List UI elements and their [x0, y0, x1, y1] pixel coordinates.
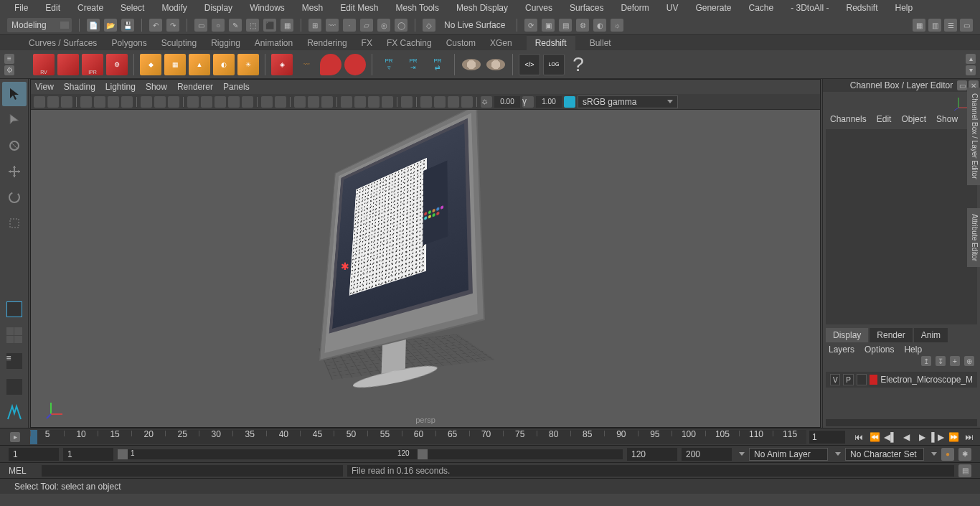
cb-tab-edit[interactable]: Edit	[877, 114, 892, 124]
shelf-redshift-settings[interactable]: ⚙	[106, 54, 128, 75]
vp-smooth-icon[interactable]	[201, 96, 212, 108]
rotate-tool[interactable]	[2, 185, 27, 210]
shelf-help-icon[interactable]: ?	[567, 54, 589, 75]
maya-logo-icon[interactable]	[2, 400, 27, 425]
menu-deform[interactable]: Deform	[613, 1, 656, 15]
shelf-pr3[interactable]: PR⇄	[427, 54, 448, 75]
workspace-dropdown[interactable]: Modeling	[7, 18, 72, 32]
vp-bookmark-icon[interactable]	[47, 96, 59, 108]
range-handle-end[interactable]	[418, 449, 428, 459]
layer-color-swatch[interactable]	[870, 375, 877, 385]
layer-tab-help[interactable]: Help	[904, 345, 922, 355]
menu-surfaces[interactable]: Surfaces	[562, 1, 611, 15]
lasso-tool[interactable]	[2, 108, 27, 132]
shelf-scroll-down-icon[interactable]: ▾	[966, 65, 976, 75]
layer-tab-layers[interactable]: Layers	[829, 345, 854, 355]
layer-playback-toggle[interactable]: P	[843, 374, 853, 385]
go-start-button[interactable]: ⏮	[852, 431, 865, 443]
shelf-redshift-rv[interactable]: RV	[33, 54, 55, 75]
tab-polygons[interactable]: Polygons	[111, 36, 146, 50]
menu-modify[interactable]: Modify	[154, 1, 194, 15]
menu-edit[interactable]: Edit	[38, 1, 67, 15]
tab-sculpting[interactable]: Sculpting	[161, 36, 197, 50]
workspace-layout-icon[interactable]: ▭	[960, 19, 973, 32]
range-inner-start-field[interactable]: 1	[63, 448, 113, 461]
tab-animation[interactable]: Animation	[255, 36, 293, 50]
menu-windows[interactable]: Windows	[242, 1, 292, 15]
menu-redshift[interactable]: Redshift	[839, 1, 885, 15]
vp-gamma-value-icon[interactable]: γ	[522, 96, 534, 108]
shelf-menu-icon[interactable]: ≡	[4, 54, 14, 64]
range-inner-end-field[interactable]: 120	[627, 448, 677, 461]
vp-shadows-icon[interactable]	[242, 96, 253, 108]
shelf-cube-icon[interactable]: ◈	[271, 54, 293, 75]
cb-tab-show[interactable]: Show	[936, 114, 958, 124]
vp-film-gate-icon[interactable]	[108, 96, 119, 108]
shelf-redshift-render[interactable]	[57, 54, 79, 75]
render-frame-icon[interactable]: ▣	[542, 19, 555, 32]
toggle-shelf-icon[interactable]: ☰	[944, 19, 957, 32]
layer-name[interactable]: Electron_Microscope_M	[880, 375, 973, 385]
construction-history-icon[interactable]: ⟳	[524, 19, 537, 32]
open-scene-icon[interactable]: 📂	[104, 19, 117, 32]
layout-single-icon[interactable]	[2, 375, 27, 399]
menu-select[interactable]: Select	[113, 1, 151, 15]
vp-menu-show[interactable]: Show	[146, 82, 167, 92]
menu-edit-mesh[interactable]: Edit Mesh	[333, 1, 385, 15]
snap-grid-icon[interactable]: ⊞	[308, 19, 321, 32]
vp-xray-icon[interactable]	[275, 96, 286, 108]
menu-cache[interactable]: Cache	[741, 1, 781, 15]
vp-exposure-icon[interactable]: ☼	[481, 96, 492, 108]
time-ruler[interactable]: 5101520253035404550556065707580859095100…	[30, 430, 806, 444]
shelf-proxy-icon[interactable]: ◆	[140, 54, 161, 75]
vp-menu-panels[interactable]: Panels	[223, 82, 250, 92]
vp-menu-lighting[interactable]: Lighting	[105, 82, 136, 92]
go-end-button[interactable]: ⏭	[963, 431, 976, 443]
lasso-icon[interactable]: ○	[212, 19, 225, 32]
shelf-scroll-up-icon[interactable]: ▴	[966, 54, 976, 64]
layout-four-view-icon[interactable]	[2, 323, 27, 347]
snap-view-icon[interactable]: ◯	[395, 19, 407, 32]
vp-textured-icon[interactable]	[215, 96, 226, 108]
vp-dof-icon[interactable]	[341, 96, 352, 108]
select-mode-icon[interactable]: ▭	[194, 19, 207, 32]
layer-new-selected-icon[interactable]: ⊕	[964, 356, 974, 366]
dra-tab-anim[interactable]: Anim	[914, 328, 948, 342]
range-end-field[interactable]: 200	[682, 448, 732, 461]
cb-tab-channels[interactable]: Channels	[830, 114, 867, 124]
paint-select-icon[interactable]: ✎	[229, 19, 242, 32]
menu-mesh-tools[interactable]: Mesh Tools	[389, 1, 446, 15]
shelf-blob-icon[interactable]	[320, 54, 341, 75]
vp-wireframe-icon[interactable]	[187, 96, 199, 108]
range-slider[interactable]: 1 120	[118, 449, 623, 459]
menu-generate[interactable]: Generate	[688, 1, 738, 15]
cb-tab-object[interactable]: Object	[901, 114, 926, 124]
toggle-modeling-toolkit-icon[interactable]: ▦	[913, 19, 925, 32]
vp-gamma-icon[interactable]	[434, 96, 446, 108]
anim-layer-dropdown-icon[interactable]	[835, 452, 841, 456]
menu-create[interactable]: Create	[70, 1, 110, 15]
command-input[interactable]	[42, 465, 343, 477]
play-forward-button[interactable]: ▶	[915, 431, 928, 443]
vp-menu-shading[interactable]: Shading	[64, 82, 95, 92]
vp-menu-view[interactable]: View	[35, 82, 54, 92]
render-settings-icon[interactable]: ⚙	[576, 19, 589, 32]
snap-live-icon[interactable]: ◎	[377, 19, 390, 32]
shelf-pie1-icon[interactable]	[461, 54, 482, 75]
vp-ssao-icon[interactable]	[368, 96, 380, 108]
range-handle-start[interactable]	[118, 449, 128, 459]
vp-colorspace-dropdown[interactable]: sRGB gamma	[578, 95, 678, 108]
vp-gamma-field[interactable]: 1.00	[536, 96, 562, 108]
snap-plane-icon[interactable]: ▱	[360, 19, 373, 32]
dra-tab-render[interactable]: Render	[870, 328, 912, 342]
vp-select-camera-icon[interactable]	[34, 96, 45, 108]
character-set-dropdown[interactable]: No Character Set	[845, 448, 924, 461]
pane-popout-icon[interactable]: ▭	[957, 80, 967, 90]
light-editor-icon[interactable]: ☼	[611, 19, 623, 32]
current-frame-field[interactable]: 1	[809, 431, 845, 444]
shelf-mesh-icon[interactable]: ▦	[164, 54, 186, 75]
vp-exposure-field[interactable]: 0.00	[494, 96, 520, 108]
vp-2d-pan-icon[interactable]	[80, 96, 92, 108]
snap-curve-icon[interactable]: 〰	[326, 19, 339, 32]
vp-background-icon[interactable]	[461, 96, 473, 108]
